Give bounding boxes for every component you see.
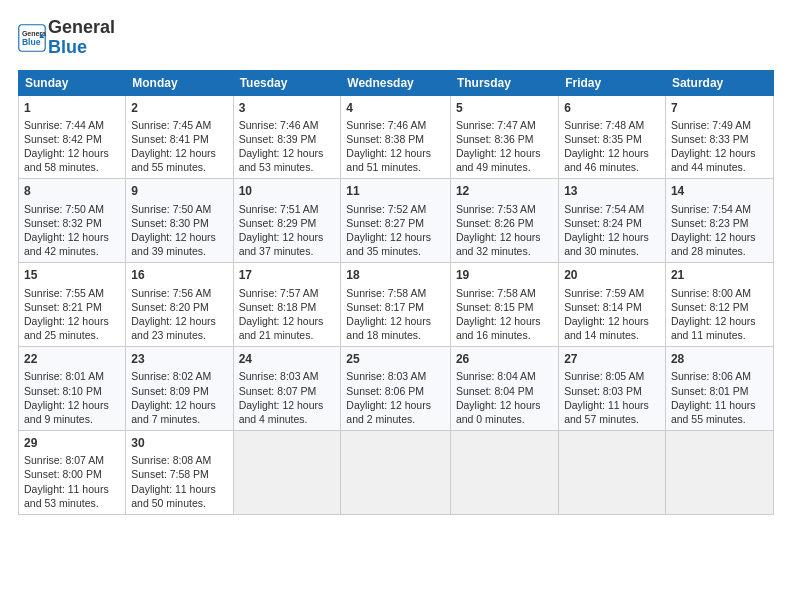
cell-line: Sunrise: 8:05 AM (564, 369, 660, 383)
cell-content: Sunrise: 7:50 AMSunset: 8:30 PMDaylight:… (131, 202, 227, 259)
calendar-cell-2: 2Sunrise: 7:45 AMSunset: 8:41 PMDaylight… (126, 95, 233, 179)
week-row-4: 22Sunrise: 8:01 AMSunset: 8:10 PMDayligh… (19, 347, 774, 431)
cell-line: Sunset: 8:42 PM (24, 132, 120, 146)
cell-line: and 4 minutes. (239, 412, 336, 426)
cell-content: Sunrise: 7:54 AMSunset: 8:23 PMDaylight:… (671, 202, 768, 259)
calendar-cell-4: 4Sunrise: 7:46 AMSunset: 8:38 PMDaylight… (341, 95, 451, 179)
calendar-cell-7: 7Sunrise: 7:49 AMSunset: 8:33 PMDaylight… (665, 95, 773, 179)
cell-line: and 55 minutes. (131, 160, 227, 174)
cell-line: and 18 minutes. (346, 328, 445, 342)
calendar-cell-empty (665, 431, 773, 515)
cell-content: Sunrise: 7:51 AMSunset: 8:29 PMDaylight:… (239, 202, 336, 259)
cell-content: Sunrise: 8:03 AMSunset: 8:06 PMDaylight:… (346, 369, 445, 426)
cell-line: Daylight: 12 hours (671, 146, 768, 160)
calendar-cell-19: 19Sunrise: 7:58 AMSunset: 8:15 PMDayligh… (450, 263, 558, 347)
cell-line: Sunrise: 7:57 AM (239, 286, 336, 300)
cell-line: Sunset: 8:32 PM (24, 216, 120, 230)
calendar-cell-22: 22Sunrise: 8:01 AMSunset: 8:10 PMDayligh… (19, 347, 126, 431)
cell-line: Daylight: 12 hours (24, 146, 120, 160)
weekday-header-row: SundayMondayTuesdayWednesdayThursdayFrid… (19, 70, 774, 95)
cell-line: Sunrise: 7:54 AM (564, 202, 660, 216)
calendar-cell-26: 26Sunrise: 8:04 AMSunset: 8:04 PMDayligh… (450, 347, 558, 431)
day-number: 28 (671, 351, 768, 367)
cell-line: Daylight: 12 hours (671, 230, 768, 244)
cell-line: and 9 minutes. (24, 412, 120, 426)
cell-content: Sunrise: 8:06 AMSunset: 8:01 PMDaylight:… (671, 369, 768, 426)
cell-line: Daylight: 12 hours (24, 398, 120, 412)
cell-line: Sunrise: 8:01 AM (24, 369, 120, 383)
cell-line: and 58 minutes. (24, 160, 120, 174)
cell-line: and 57 minutes. (564, 412, 660, 426)
cell-content: Sunrise: 7:55 AMSunset: 8:21 PMDaylight:… (24, 286, 120, 343)
cell-line: Sunset: 8:17 PM (346, 300, 445, 314)
cell-line: Sunrise: 7:53 AM (456, 202, 553, 216)
cell-line: Sunrise: 8:03 AM (346, 369, 445, 383)
cell-line: and 51 minutes. (346, 160, 445, 174)
cell-line: Daylight: 11 hours (24, 482, 120, 496)
week-row-2: 8Sunrise: 7:50 AMSunset: 8:32 PMDaylight… (19, 179, 774, 263)
cell-line: Sunset: 7:58 PM (131, 467, 227, 481)
cell-line: and 44 minutes. (671, 160, 768, 174)
cell-line: Sunset: 8:30 PM (131, 216, 227, 230)
cell-line: Sunset: 8:00 PM (24, 467, 120, 481)
cell-line: Daylight: 12 hours (24, 314, 120, 328)
cell-line: Sunset: 8:20 PM (131, 300, 227, 314)
cell-line: and 35 minutes. (346, 244, 445, 258)
cell-line: Daylight: 12 hours (346, 146, 445, 160)
cell-line: Sunset: 8:23 PM (671, 216, 768, 230)
cell-content: Sunrise: 7:46 AMSunset: 8:39 PMDaylight:… (239, 118, 336, 175)
cell-content: Sunrise: 7:54 AMSunset: 8:24 PMDaylight:… (564, 202, 660, 259)
cell-line: Daylight: 12 hours (239, 314, 336, 328)
cell-line: Daylight: 12 hours (456, 230, 553, 244)
cell-line: Daylight: 12 hours (346, 398, 445, 412)
cell-line: and 32 minutes. (456, 244, 553, 258)
cell-line: Daylight: 11 hours (671, 398, 768, 412)
week-row-5: 29Sunrise: 8:07 AMSunset: 8:00 PMDayligh… (19, 431, 774, 515)
day-number: 16 (131, 267, 227, 283)
day-number: 19 (456, 267, 553, 283)
cell-line: and 7 minutes. (131, 412, 227, 426)
cell-line: Daylight: 12 hours (239, 146, 336, 160)
day-number: 27 (564, 351, 660, 367)
cell-line: and 21 minutes. (239, 328, 336, 342)
week-row-3: 15Sunrise: 7:55 AMSunset: 8:21 PMDayligh… (19, 263, 774, 347)
cell-content: Sunrise: 7:47 AMSunset: 8:36 PMDaylight:… (456, 118, 553, 175)
cell-line: Daylight: 12 hours (131, 230, 227, 244)
cell-line: Sunrise: 7:44 AM (24, 118, 120, 132)
day-number: 23 (131, 351, 227, 367)
day-number: 7 (671, 100, 768, 116)
cell-line: Sunrise: 8:02 AM (131, 369, 227, 383)
cell-line: Daylight: 11 hours (564, 398, 660, 412)
calendar-table: SundayMondayTuesdayWednesdayThursdayFrid… (18, 70, 774, 515)
cell-line: Sunrise: 8:03 AM (239, 369, 336, 383)
cell-line: and 14 minutes. (564, 328, 660, 342)
cell-line: and 30 minutes. (564, 244, 660, 258)
cell-content: Sunrise: 7:58 AMSunset: 8:17 PMDaylight:… (346, 286, 445, 343)
calendar-cell-empty (450, 431, 558, 515)
weekday-header-friday: Friday (559, 70, 666, 95)
calendar-cell-10: 10Sunrise: 7:51 AMSunset: 8:29 PMDayligh… (233, 179, 341, 263)
calendar-cell-empty (559, 431, 666, 515)
cell-line: and 28 minutes. (671, 244, 768, 258)
day-number: 30 (131, 435, 227, 451)
cell-content: Sunrise: 8:07 AMSunset: 8:00 PMDaylight:… (24, 453, 120, 510)
cell-line: Sunrise: 7:50 AM (24, 202, 120, 216)
day-number: 29 (24, 435, 120, 451)
cell-content: Sunrise: 7:59 AMSunset: 8:14 PMDaylight:… (564, 286, 660, 343)
cell-line: Daylight: 12 hours (346, 230, 445, 244)
cell-content: Sunrise: 7:44 AMSunset: 8:42 PMDaylight:… (24, 118, 120, 175)
cell-line: Sunrise: 7:58 AM (346, 286, 445, 300)
logo-icon: General Blue (18, 24, 46, 52)
calendar-cell-empty (233, 431, 341, 515)
day-number: 17 (239, 267, 336, 283)
calendar-cell-20: 20Sunrise: 7:59 AMSunset: 8:14 PMDayligh… (559, 263, 666, 347)
day-number: 20 (564, 267, 660, 283)
cell-line: and 55 minutes. (671, 412, 768, 426)
cell-content: Sunrise: 8:02 AMSunset: 8:09 PMDaylight:… (131, 369, 227, 426)
cell-line: Sunset: 8:12 PM (671, 300, 768, 314)
week-row-1: 1Sunrise: 7:44 AMSunset: 8:42 PMDaylight… (19, 95, 774, 179)
cell-line: Sunrise: 7:58 AM (456, 286, 553, 300)
calendar-cell-11: 11Sunrise: 7:52 AMSunset: 8:27 PMDayligh… (341, 179, 451, 263)
logo: General Blue General Blue (18, 18, 115, 58)
cell-line: Daylight: 12 hours (671, 314, 768, 328)
